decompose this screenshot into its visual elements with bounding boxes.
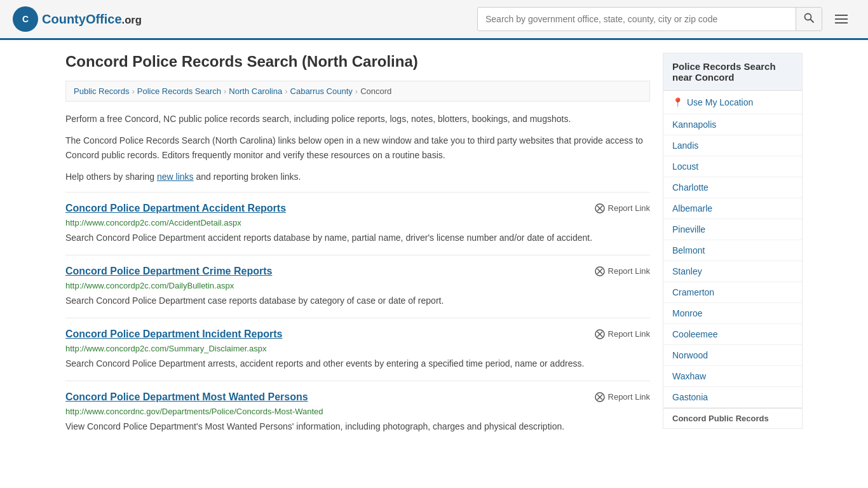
result-title-0[interactable]: Concord Police Department Accident Repor… xyxy=(65,203,286,214)
sidebar-city-item: Albemarle xyxy=(663,198,802,219)
desc3-prefix: Help others by sharing xyxy=(65,172,157,182)
report-link-button-0[interactable]: Report Link xyxy=(595,203,650,214)
location-pin-icon: 📍 xyxy=(672,97,683,107)
report-icon-3 xyxy=(595,392,605,402)
result-header-3: Concord Police Department Most Wanted Pe… xyxy=(65,391,650,403)
sidebar-city-link-8[interactable]: Cramerton xyxy=(663,282,802,302)
report-icon-2 xyxy=(595,329,605,339)
search-area xyxy=(477,7,855,31)
sidebar-city-link-1[interactable]: Landis xyxy=(663,135,802,156)
result-title-3[interactable]: Concord Police Department Most Wanted Pe… xyxy=(65,391,308,403)
sidebar-city-item: Monroe xyxy=(663,303,802,324)
result-entry: Concord Police Department Accident Repor… xyxy=(65,192,650,255)
search-box xyxy=(477,7,822,31)
sidebar-city-link-12[interactable]: Waxhaw xyxy=(663,366,802,386)
logo-area: C CountyOffice.org xyxy=(13,6,142,32)
svg-text:C: C xyxy=(22,14,29,24)
sidebar-city-link-5[interactable]: Pineville xyxy=(663,219,802,240)
hamburger-menu-button[interactable] xyxy=(827,10,855,29)
sidebar-city-item: Gastonia xyxy=(663,387,802,408)
result-url-2[interactable]: http://www.concordp2c.com/Summary_Discla… xyxy=(65,344,650,353)
result-desc-2: Search Concord Police Department arrests… xyxy=(65,357,650,370)
sidebar-box: Police Records Search near Concord 📍 Use… xyxy=(663,53,803,429)
description-2: The Concord Police Records Search (North… xyxy=(65,133,650,162)
result-url-3[interactable]: http://www.concordnc.gov/Departments/Pol… xyxy=(65,407,650,416)
use-my-location-link[interactable]: Use My Location xyxy=(687,97,753,107)
breadcrumb-public-records[interactable]: Public Records xyxy=(74,86,129,96)
search-button[interactable] xyxy=(796,8,822,30)
sidebar-city-item: Cramerton xyxy=(663,282,802,303)
sidebar-city-item: Belmont xyxy=(663,240,802,261)
sidebar-city-item: Stanley xyxy=(663,261,802,282)
breadcrumb-police-records-search[interactable]: Police Records Search xyxy=(137,86,221,96)
result-entry: Concord Police Department Most Wanted Pe… xyxy=(65,381,650,444)
sidebar-city-link-7[interactable]: Stanley xyxy=(663,261,802,281)
sidebar-city-link-11[interactable]: Norwood xyxy=(663,345,802,365)
content-area: Concord Police Records Search (North Car… xyxy=(65,53,650,444)
site-header: C CountyOffice.org xyxy=(0,0,868,40)
sidebar-city-link-0[interactable]: Kannapolis xyxy=(663,114,802,135)
page-title: Concord Police Records Search (North Car… xyxy=(65,53,650,71)
sidebar-city-item: Kannapolis xyxy=(663,114,802,135)
search-icon xyxy=(804,13,814,23)
breadcrumb-concord: Concord xyxy=(360,86,391,96)
breadcrumb-sep-4: › xyxy=(355,86,358,96)
sidebar-city-item: Waxhaw xyxy=(663,366,802,387)
breadcrumb-sep-1: › xyxy=(132,86,134,96)
report-link-button-2[interactable]: Report Link xyxy=(595,329,650,339)
description-1: Perform a free Concord, NC public police… xyxy=(65,112,650,126)
main-container: Concord Police Records Search (North Car… xyxy=(53,40,815,456)
sidebar-city-link-6[interactable]: Belmont xyxy=(663,240,802,261)
description-3: Help others by sharing new links and rep… xyxy=(65,170,650,184)
sidebar-city-item: Landis xyxy=(663,135,802,156)
sidebar: Police Records Search near Concord 📍 Use… xyxy=(663,53,803,444)
breadcrumb-sep-3: › xyxy=(285,86,287,96)
sidebar-city-link-3[interactable]: Charlotte xyxy=(663,177,802,198)
sidebar-title: Police Records Search near Concord xyxy=(663,53,802,91)
sidebar-city-item: Charlotte xyxy=(663,177,802,198)
breadcrumb-cabarrus-county[interactable]: Cabarrus County xyxy=(290,86,353,96)
breadcrumb: Public Records › Police Records Search ›… xyxy=(65,81,650,102)
search-input[interactable] xyxy=(478,9,796,29)
result-header-0: Concord Police Department Accident Repor… xyxy=(65,203,650,214)
breadcrumb-north-carolina[interactable]: North Carolina xyxy=(229,86,282,96)
sidebar-city-item: Locust xyxy=(663,156,802,177)
result-entry: Concord Police Department Crime Reports … xyxy=(65,255,650,318)
hamburger-icon xyxy=(832,12,850,26)
sidebar-city-item: Cooleemee xyxy=(663,324,802,345)
desc3-suffix: and reporting broken links. xyxy=(194,172,301,182)
result-header-2: Concord Police Department Incident Repor… xyxy=(65,329,650,340)
result-url-1[interactable]: http://www.concordp2c.com/DailyBulletin.… xyxy=(65,281,650,290)
result-desc-0: Search Concord Police Department acciden… xyxy=(65,231,650,245)
logo-icon: C xyxy=(13,6,38,32)
svg-line-3 xyxy=(811,20,814,23)
result-entry: Concord Police Department Incident Repor… xyxy=(65,318,650,381)
result-title-2[interactable]: Concord Police Department Incident Repor… xyxy=(65,329,282,340)
results-list: Concord Police Department Accident Repor… xyxy=(65,192,650,444)
report-link-button-1[interactable]: Report Link xyxy=(595,266,650,276)
sidebar-city-link-9[interactable]: Monroe xyxy=(663,303,802,323)
sidebar-city-link-2[interactable]: Locust xyxy=(663,156,802,177)
result-desc-3: View Concord Police Department's Most Wa… xyxy=(65,420,650,433)
result-title-1[interactable]: Concord Police Department Crime Reports xyxy=(65,266,272,277)
breadcrumb-sep-2: › xyxy=(224,86,226,96)
sidebar-city-item: Pineville xyxy=(663,219,802,240)
logo-text: CountyOffice.org xyxy=(42,12,142,27)
report-icon-1 xyxy=(595,266,605,276)
sidebar-city-item: Norwood xyxy=(663,345,802,366)
sidebar-city-link-10[interactable]: Cooleemee xyxy=(663,324,802,344)
nearby-cities-list: KannapolisLandisLocustCharlotteAlbemarle… xyxy=(663,114,802,408)
new-links-link[interactable]: new links xyxy=(157,172,194,182)
result-header-1: Concord Police Department Crime Reports … xyxy=(65,266,650,277)
sidebar-city-link-4[interactable]: Albemarle xyxy=(663,198,802,219)
report-link-button-3[interactable]: Report Link xyxy=(595,392,650,402)
sidebar-bottom-section: Concord Public Records xyxy=(663,408,802,428)
sidebar-city-link-13[interactable]: Gastonia xyxy=(663,387,802,407)
result-url-0[interactable]: http://www.concordp2c.com/AccidentDetail… xyxy=(65,218,650,227)
report-icon-0 xyxy=(595,203,605,214)
use-location-row: 📍 Use My Location xyxy=(663,91,802,114)
result-desc-1: Search Concord Police Department case re… xyxy=(65,294,650,308)
